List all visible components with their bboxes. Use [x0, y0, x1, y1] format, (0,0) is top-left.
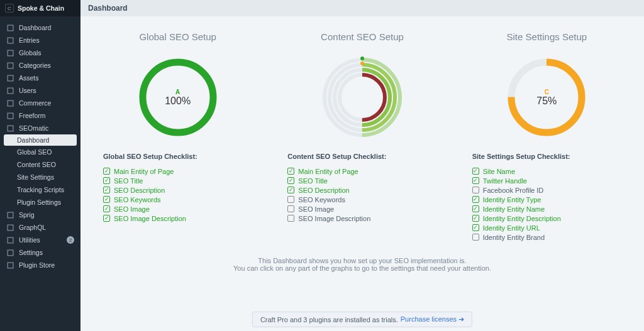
- checklist-item[interactable]: Main Entity of Page: [287, 166, 370, 176]
- checklist-item[interactable]: Identity Entity Description: [472, 214, 561, 223]
- plug-icon: [6, 261, 14, 269]
- content: Global SEO SetupA100%Global SEO Setup Ch…: [80, 16, 644, 331]
- checklist-item[interactable]: SEO Image Description: [103, 214, 186, 223]
- checklist-item[interactable]: SEO Image: [103, 204, 186, 214]
- sidebar-item-label: Users: [19, 87, 36, 94]
- donut-wrap[interactable]: C75%: [502, 53, 591, 141]
- users-icon: [6, 87, 14, 94]
- sidebar-item-freeform[interactable]: Freeform: [0, 109, 80, 122]
- checkbox-checked-icon: [472, 168, 479, 175]
- svg-rect-2: [8, 50, 13, 56]
- sidebar-item-commerce[interactable]: Commerce: [0, 97, 80, 109]
- sidebar-item-label: Site Settings: [17, 173, 54, 181]
- checklist-link[interactable]: Main Entity of Page: [298, 168, 358, 175]
- arrow-icon: ➜: [458, 315, 464, 323]
- sidebar-item-dashboard[interactable]: Dashboard: [0, 21, 80, 34]
- checklist-item[interactable]: Identity Entity Brand: [472, 232, 561, 242]
- checklist-link[interactable]: Identity Entity Name: [483, 205, 545, 213]
- sidebar-sub-dashboard[interactable]: Dashboard: [4, 134, 77, 146]
- checklist-item[interactable]: SEO Title: [287, 176, 370, 185]
- sidebar-item-label: Categories: [19, 62, 51, 69]
- sidebar-item-sprig[interactable]: Sprig: [0, 209, 80, 221]
- sidebar-item-globals[interactable]: Globals: [0, 46, 80, 59]
- sidebar-item-label: SEOmatic: [19, 124, 48, 132]
- checklist-item[interactable]: Site Name: [472, 166, 561, 176]
- sidebar-item-entries[interactable]: Entries: [0, 34, 80, 46]
- brand-header[interactable]: C Spoke & Chain: [0, 0, 80, 16]
- checklist-link[interactable]: SEO Keywords: [114, 196, 161, 203]
- checklist-link[interactable]: Identity Entity URL: [483, 224, 540, 232]
- sidebar-item-plugin-store[interactable]: Plugin Store: [0, 259, 80, 271]
- checkbox-empty-icon: [287, 215, 294, 222]
- checkbox-checked-icon: [472, 177, 479, 184]
- sidebar-sub-tracking-scripts[interactable]: Tracking Scripts: [0, 183, 80, 196]
- checklist-link[interactable]: SEO Description: [298, 187, 349, 194]
- checklist-label: SEO Image: [298, 205, 334, 213]
- sidebar-item-label: Plugin Settings: [17, 198, 61, 206]
- page-title: Dashboard: [88, 4, 128, 13]
- checkbox-checked-icon: [472, 224, 479, 231]
- checkbox-empty-icon: [472, 187, 479, 193]
- card-title: Global SEO Setup: [139, 31, 216, 42]
- checklist-label: Identity Entity Brand: [483, 234, 545, 241]
- donut-center: C75%: [502, 53, 591, 141]
- svg-rect-7: [8, 113, 13, 119]
- sidebar-item-label: Dashboard: [19, 24, 51, 31]
- sitemap-icon: [6, 62, 14, 69]
- checklist-item[interactable]: Identity Entity Name: [472, 204, 561, 214]
- checklist-item[interactable]: Identity Entity URL: [472, 223, 561, 232]
- checklist-item[interactable]: SEO Title: [103, 176, 186, 185]
- sidebar-sub-global-seo[interactable]: Global SEO: [0, 146, 80, 158]
- checklist-link[interactable]: SEO Image: [114, 205, 150, 213]
- checklist-link[interactable]: Identity Entity Type: [483, 196, 541, 203]
- checklist-item[interactable]: Identity Entity Type: [472, 195, 561, 204]
- grade-label: A: [175, 89, 180, 95]
- checklist-item[interactable]: SEO Description: [287, 185, 370, 195]
- checklist-item[interactable]: SEO Keywords: [287, 195, 370, 204]
- sidebar-item-graphql[interactable]: GraphQL: [0, 221, 80, 234]
- sidebar-item-assets[interactable]: Assets: [0, 72, 80, 84]
- checklist-link[interactable]: SEO Image Description: [114, 215, 186, 222]
- checkbox-checked-icon: [103, 168, 110, 175]
- checklist-link[interactable]: SEO Description: [114, 187, 165, 194]
- checklist-item[interactable]: SEO Description: [103, 185, 186, 195]
- donut-wrap[interactable]: A100%: [134, 53, 222, 141]
- checklist-link[interactable]: Site Name: [483, 168, 515, 175]
- checkbox-checked-icon: [472, 196, 479, 203]
- checklist-link[interactable]: SEO Title: [114, 177, 143, 185]
- sidebar-sub-content-seo[interactable]: Content SEO: [0, 158, 80, 171]
- donut-chart[interactable]: [318, 53, 406, 141]
- checklist-link[interactable]: SEO Title: [298, 177, 327, 185]
- sidebar-item-label: GraphQL: [19, 224, 46, 231]
- svg-rect-12: [8, 250, 13, 256]
- setup-card: Content SEO SetupContent SEO Setup Check…: [282, 31, 441, 242]
- checklist-item[interactable]: Facebook Profile ID: [472, 185, 561, 195]
- svg-rect-6: [8, 100, 13, 106]
- checklist-item[interactable]: SEO Image Description: [287, 214, 370, 223]
- purchase-licenses-link[interactable]: Purchase licenses ➜: [401, 315, 464, 323]
- grade-label: C: [545, 89, 549, 95]
- checklist-item[interactable]: Main Entity of Page: [103, 166, 186, 176]
- sidebar-item-categories[interactable]: Categories: [0, 59, 80, 72]
- svg-rect-5: [8, 88, 13, 94]
- checklist-item[interactable]: SEO Image: [287, 204, 370, 214]
- svg-rect-8: [8, 126, 13, 131]
- sidebar-item-settings[interactable]: Settings: [0, 246, 80, 259]
- percent-label: 100%: [165, 95, 191, 107]
- checklist-link[interactable]: Identity Entity Description: [483, 215, 561, 222]
- sidebar-item-label: Global SEO: [17, 148, 52, 156]
- checklist-item[interactable]: Twitter Handle: [472, 176, 561, 185]
- license-text: Craft Pro and 3 plugins are installed as…: [260, 316, 398, 323]
- sidebar-item-utilities[interactable]: Utilities2: [0, 234, 80, 246]
- donut-wrap[interactable]: [318, 53, 406, 141]
- checklist-link[interactable]: Main Entity of Page: [114, 168, 174, 175]
- sidebar-sub-site-settings[interactable]: Site Settings: [0, 171, 80, 183]
- checkbox-checked-icon: [287, 187, 294, 193]
- sidebar-item-label: Dashboard: [17, 136, 49, 144]
- sidebar-item-seomatic[interactable]: SEOmatic: [0, 122, 80, 134]
- sidebar-item-label: Freeform: [19, 112, 46, 119]
- sidebar-sub-plugin-settings[interactable]: Plugin Settings: [0, 196, 80, 209]
- checklist-item[interactable]: SEO Keywords: [103, 195, 186, 204]
- sidebar-item-users[interactable]: Users: [0, 84, 80, 97]
- checklist-link[interactable]: Twitter Handle: [483, 177, 527, 185]
